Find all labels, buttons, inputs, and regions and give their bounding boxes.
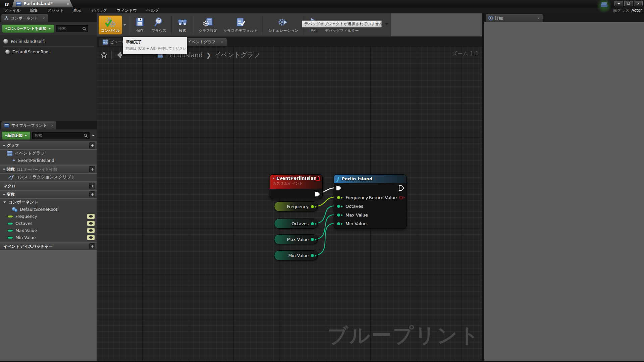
row-label: DefaultSceneRoot <box>20 207 57 212</box>
actor-sphere-icon <box>3 39 8 44</box>
debug-object-value: デバッグオブジェクトが選択されていません <box>304 21 383 26</box>
menu-view[interactable]: 表示 <box>73 8 81 13</box>
components-toolbar: +コンポーネントを追加 <box>0 22 97 35</box>
section-functions[interactable]: 関数 (21 オーバーライド可能) + <box>0 165 97 173</box>
node-event-perlinisland[interactable]: EventPerlinIsland カスタムイベント <box>270 174 323 199</box>
int-pin-icon[interactable] <box>337 213 340 217</box>
getter-octaves[interactable]: Octaves <box>274 219 318 229</box>
components-search-input[interactable] <box>58 26 82 31</box>
breadcrumb-current[interactable]: イベントグラフ <box>215 51 260 59</box>
asset-tab-close-icon[interactable]: × <box>67 2 70 6</box>
find-label: 検索 <box>179 28 186 33</box>
menu-debug[interactable]: デバッグ <box>91 8 107 13</box>
int-pin-icon[interactable] <box>337 222 340 226</box>
restore-button[interactable]: ❐ <box>624 1 633 6</box>
component-row-sceneroot[interactable]: DefaultSceneRoot <box>0 48 97 55</box>
dock-divider[interactable] <box>482 13 484 361</box>
int-pin-icon[interactable] <box>311 222 314 226</box>
row-variable-maxvalue[interactable]: Max Value <box>0 227 97 234</box>
instance-editable-eye-icon[interactable] <box>87 235 95 240</box>
menu-file[interactable]: ファイル <box>4 8 20 13</box>
instance-editable-eye-icon[interactable] <box>87 228 95 233</box>
class-defaults-button[interactable]: クラスのデフォルト <box>221 16 260 34</box>
input-frequency[interactable]: Frequency <box>337 194 368 201</box>
menu-asset[interactable]: アセット <box>47 8 64 13</box>
asset-tab[interactable]: PerlinIsland* × <box>12 0 73 7</box>
row-construction-script[interactable]: ↗ƒ コンストラクションスクリプト <box>0 174 97 181</box>
input-octaves[interactable]: Octaves <box>337 203 363 209</box>
row-variable-minvalue[interactable]: Min Value <box>0 234 97 241</box>
add-function-button[interactable]: + <box>89 166 95 172</box>
menu-help[interactable]: ヘルプ <box>147 8 159 13</box>
find-button[interactable]: 検索 <box>175 16 190 34</box>
row-defaultsceneroot[interactable]: DefaultSceneRoot <box>0 206 97 213</box>
section-graphs[interactable]: グラフ + <box>0 141 97 149</box>
int-pin-icon[interactable] <box>311 254 314 257</box>
menu-window[interactable]: ウィンドウ <box>116 8 137 13</box>
row-event-perlinisland[interactable]: ✦ EventPerlinIsland <box>0 157 97 164</box>
menu-edit[interactable]: 編集 <box>30 8 38 13</box>
save-button[interactable]: 保存 <box>132 16 148 34</box>
components-tab-close-icon[interactable]: × <box>42 16 45 20</box>
group-components[interactable]: コンポーネント <box>0 199 97 206</box>
row-variable-octaves[interactable]: Octaves <box>0 220 97 227</box>
exec-output-pin[interactable] <box>399 185 404 191</box>
add-component-button[interactable]: +コンポーネントを追加 <box>2 24 54 33</box>
compile-button[interactable]: コンパイル <box>99 15 122 35</box>
class-settings-button[interactable]: クラス設定 <box>196 16 220 34</box>
exec-output-pin[interactable] <box>315 191 320 197</box>
section-variables[interactable]: 変数 + <box>0 190 97 198</box>
add-new-button[interactable]: +新規追加 <box>2 131 30 140</box>
browse-button[interactable]: ブラウズ <box>149 16 169 34</box>
add-macro-button[interactable]: + <box>89 183 95 189</box>
main-toolbar: コンパイル 保存 <box>97 13 482 37</box>
toolbar-separator <box>193 16 194 34</box>
my-blueprint-search[interactable] <box>32 132 90 139</box>
minimize-button[interactable]: − <box>614 1 623 6</box>
float-pin-icon[interactable] <box>337 196 340 199</box>
getter-minvalue[interactable]: Min Value <box>274 250 318 260</box>
node-perlin-island[interactable]: ƒ Perlin Island Frequency Octaves <box>334 174 407 229</box>
my-blueprint-search-input[interactable] <box>35 133 84 138</box>
divider <box>3 46 94 47</box>
event-graph-canvas[interactable]: PerlinIsland ❯ イベントグラフ ズーム 1:1 ブループリント <box>97 46 482 361</box>
components-search[interactable] <box>56 25 88 32</box>
parent-class-link[interactable]: Actor <box>631 8 642 13</box>
row-variable-frequency[interactable]: Frequency <box>0 213 97 220</box>
section-event-dispatchers[interactable]: イベントディスパッチャー + <box>0 242 97 250</box>
input-minvalue[interactable]: Min Value <box>337 220 367 227</box>
tab-close-icon[interactable]: × <box>220 40 223 44</box>
instance-editable-eye-icon[interactable] <box>87 214 95 219</box>
unreal-blueprint-editor: u PerlinIsland* × − ❐ ✕ ファイル 編集 アセット 表示 … <box>0 0 644 362</box>
exec-input-pin[interactable] <box>336 185 341 191</box>
class-settings-icon <box>202 17 214 27</box>
simulate-button[interactable]: シミュレーション <box>266 16 301 34</box>
output-return-value[interactable]: Return Value <box>369 194 403 201</box>
compile-options-chevron-icon[interactable] <box>123 24 126 26</box>
float-pin-icon[interactable] <box>311 205 314 208</box>
add-dispatcher-button[interactable]: + <box>89 243 95 249</box>
debug-object-dropdown[interactable]: デバッグオブジェクトが選択されていません <box>302 20 382 27</box>
component-row-self[interactable]: PerlinIsland(self) <box>0 38 97 45</box>
return-value-pin-icon[interactable] <box>399 196 403 199</box>
my-blueprint-tab[interactable]: マイブループリント × <box>1 121 56 129</box>
row-event-graph[interactable]: イベントグラフ <box>0 150 97 157</box>
int-pin-icon[interactable] <box>337 204 340 208</box>
details-tab[interactable]: i 詳細 × <box>486 14 543 22</box>
getter-frequency[interactable]: Frequency <box>274 201 318 212</box>
details-tab-close-icon[interactable]: × <box>537 16 540 20</box>
getter-maxvalue[interactable]: Max Value <box>274 234 318 244</box>
favorite-star-icon[interactable] <box>100 51 108 59</box>
instance-editable-eye-icon[interactable] <box>87 221 95 226</box>
my-blueprint-tab-close-icon[interactable]: × <box>51 124 54 127</box>
visibility-filter-icon[interactable] <box>92 133 95 138</box>
input-maxvalue[interactable]: Max Value <box>337 212 368 218</box>
components-tab[interactable]: コンポーネント × <box>1 14 48 22</box>
int-pin-icon[interactable] <box>311 238 314 241</box>
close-button[interactable]: ✕ <box>634 1 643 6</box>
toolbar-separator <box>129 16 129 34</box>
graduation-cap-icon <box>601 4 607 7</box>
section-macros[interactable]: マクロ + <box>0 182 97 190</box>
add-variable-button[interactable]: + <box>89 191 95 197</box>
add-graph-button[interactable]: + <box>89 142 95 148</box>
